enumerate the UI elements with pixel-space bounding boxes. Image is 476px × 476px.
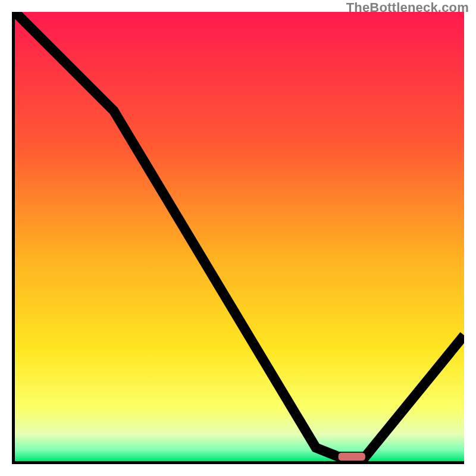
optimal-marker xyxy=(339,453,365,461)
chart-svg xyxy=(15,12,464,461)
plot-area xyxy=(12,12,464,464)
bottleneck-curve xyxy=(15,12,464,456)
